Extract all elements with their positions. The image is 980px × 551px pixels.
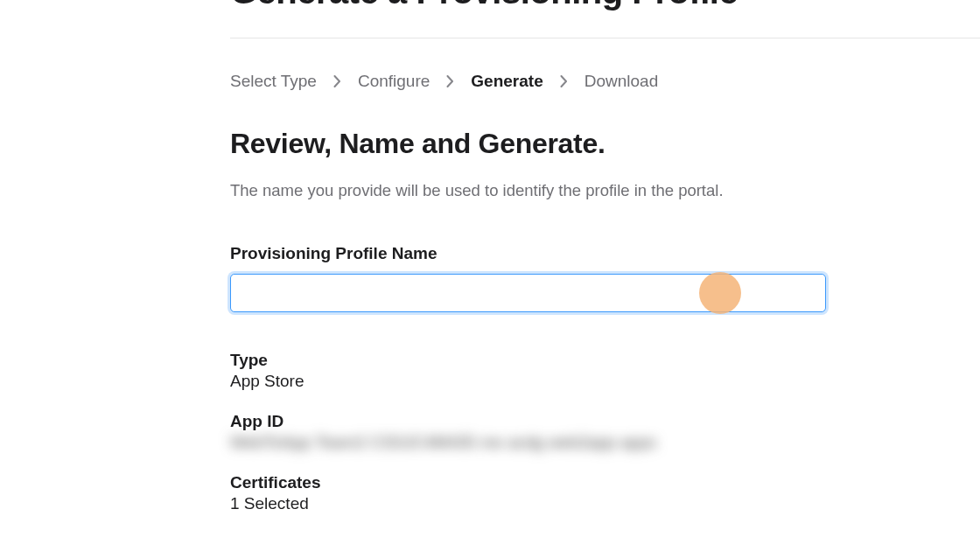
- app-id-label: App ID: [230, 412, 954, 431]
- type-label: Type: [230, 351, 954, 370]
- breadcrumb-step-download: Download: [584, 72, 659, 91]
- section-description: The name you provide will be used to ide…: [230, 179, 954, 202]
- breadcrumb-step-generate: Generate: [471, 72, 542, 91]
- page-title: Generate a Provisioning Profile: [230, 0, 954, 11]
- chevron-right-icon: [560, 75, 568, 87]
- profile-name-input[interactable]: [230, 274, 826, 312]
- chevron-right-icon: [446, 75, 454, 87]
- divider: [230, 38, 980, 38]
- app-id-value: WebToApp Team2 CSSJC4M435 me acdg web2ap…: [230, 433, 954, 452]
- certificates-label: Certificates: [230, 473, 954, 492]
- section-title: Review, Name and Generate.: [230, 128, 954, 160]
- breadcrumb: Select Type Configure Generate Download: [230, 72, 954, 91]
- breadcrumb-step-select-type[interactable]: Select Type: [230, 72, 317, 91]
- chevron-right-icon: [333, 75, 341, 87]
- certificates-value: 1 Selected: [230, 494, 954, 513]
- profile-name-label: Provisioning Profile Name: [230, 244, 954, 263]
- breadcrumb-step-configure[interactable]: Configure: [358, 72, 430, 91]
- type-value: App Store: [230, 372, 954, 391]
